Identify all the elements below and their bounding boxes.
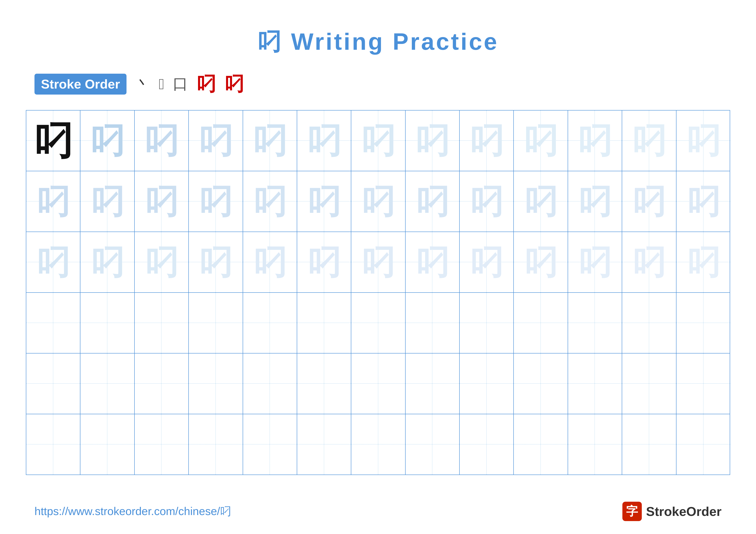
grid-cell-r4c3[interactable] xyxy=(135,293,189,353)
grid-cell-r2c11[interactable]: 叼 xyxy=(568,171,622,232)
grid-cell-r3c9[interactable]: 叼 xyxy=(460,232,514,292)
grid-cell-r5c12[interactable] xyxy=(622,353,676,414)
grid-cell-r6c5[interactable] xyxy=(243,414,297,474)
char-guide: 叼 xyxy=(524,245,557,279)
grid-cell-r4c11[interactable] xyxy=(568,293,622,353)
grid-cell-r6c8[interactable] xyxy=(406,414,460,474)
grid-cell-r1c3[interactable]: 叼 xyxy=(135,111,189,171)
grid-row-2: 叼 叼 叼 叼 叼 叼 叼 叼 叼 叼 叼 叼 xyxy=(26,171,730,232)
grid-cell-r5c3[interactable] xyxy=(135,353,189,414)
grid-cell-r4c9[interactable] xyxy=(460,293,514,353)
grid-cell-r3c13[interactable]: 叼 xyxy=(676,232,731,292)
grid-cell-r1c13[interactable]: 叼 xyxy=(676,111,731,171)
grid-cell-r3c8[interactable]: 叼 xyxy=(406,232,460,292)
stroke-step-4: 叼 xyxy=(197,71,216,97)
grid-cell-r4c4[interactable] xyxy=(189,293,243,353)
grid-cell-r1c11[interactable]: 叼 xyxy=(568,111,622,171)
grid-cell-r4c6[interactable] xyxy=(297,293,351,353)
grid-cell-r3c11[interactable]: 叼 xyxy=(568,232,622,292)
stroke-step-3: 口 xyxy=(173,74,188,94)
grid-cell-r1c8[interactable]: 叼 xyxy=(406,111,460,171)
char-guide: 叼 xyxy=(524,123,558,158)
grid-cell-r6c12[interactable] xyxy=(622,414,676,474)
grid-cell-r1c2[interactable]: 叼 xyxy=(80,111,134,171)
page-title: 叼 Writing Practice xyxy=(0,0,756,71)
char-guide: 叼 xyxy=(253,185,286,218)
grid-cell-r4c8[interactable] xyxy=(406,293,460,353)
grid-cell-r6c13[interactable] xyxy=(676,414,731,474)
grid-cell-r3c2[interactable]: 叼 xyxy=(80,232,134,292)
grid-cell-r6c9[interactable] xyxy=(460,414,514,474)
grid-cell-r3c7[interactable]: 叼 xyxy=(351,232,405,292)
grid-cell-r3c5[interactable]: 叼 xyxy=(243,232,297,292)
char-guide: 叼 xyxy=(578,185,611,218)
grid-cell-r3c12[interactable]: 叼 xyxy=(622,232,676,292)
grid-cell-r2c8[interactable]: 叼 xyxy=(406,171,460,232)
char-guide: 叼 xyxy=(361,123,395,158)
grid-cell-r1c4[interactable]: 叼 xyxy=(189,111,243,171)
char-guide: 叼 xyxy=(307,123,341,158)
grid-cell-r2c13[interactable]: 叼 xyxy=(676,171,731,232)
grid-cell-r2c2[interactable]: 叼 xyxy=(80,171,134,232)
grid-cell-r6c7[interactable] xyxy=(351,414,405,474)
char-guide: 叼 xyxy=(199,123,233,158)
grid-cell-r2c9[interactable]: 叼 xyxy=(460,171,514,232)
grid-cell-r6c4[interactable] xyxy=(189,414,243,474)
char-guide: 叼 xyxy=(37,185,70,218)
grid-cell-r4c13[interactable] xyxy=(676,293,731,353)
grid-cell-r5c1[interactable] xyxy=(26,353,80,414)
grid-cell-r6c6[interactable] xyxy=(297,414,351,474)
grid-cell-r5c4[interactable] xyxy=(189,353,243,414)
grid-cell-r1c12[interactable]: 叼 xyxy=(622,111,676,171)
grid-cell-r2c12[interactable]: 叼 xyxy=(622,171,676,232)
grid-cell-r5c11[interactable] xyxy=(568,353,622,414)
char-guide: 叼 xyxy=(253,245,286,279)
grid-cell-r3c4[interactable]: 叼 xyxy=(189,232,243,292)
grid-cell-r2c1[interactable]: 叼 xyxy=(26,171,80,232)
grid-cell-r6c3[interactable] xyxy=(135,414,189,474)
grid-cell-r1c7[interactable]: 叼 xyxy=(351,111,405,171)
grid-cell-r1c5[interactable]: 叼 xyxy=(243,111,297,171)
grid-cell-r2c5[interactable]: 叼 xyxy=(243,171,297,232)
grid-cell-r5c6[interactable] xyxy=(297,353,351,414)
grid-cell-r5c13[interactable] xyxy=(676,353,731,414)
grid-cell-r6c1[interactable] xyxy=(26,414,80,474)
grid-cell-r3c1[interactable]: 叼 xyxy=(26,232,80,292)
grid-cell-r5c8[interactable] xyxy=(406,353,460,414)
grid-cell-r2c3[interactable]: 叼 xyxy=(135,171,189,232)
char-guide: 叼 xyxy=(686,123,721,158)
char-guide: 叼 xyxy=(307,245,341,279)
char-guide: 叼 xyxy=(416,185,449,218)
grid-cell-r5c7[interactable] xyxy=(351,353,405,414)
stroke-step-1: 丶 xyxy=(135,74,150,94)
grid-cell-r3c3[interactable]: 叼 xyxy=(135,232,189,292)
grid-cell-r4c12[interactable] xyxy=(622,293,676,353)
grid-cell-r3c10[interactable]: 叼 xyxy=(514,232,568,292)
grid-cell-r1c9[interactable]: 叼 xyxy=(460,111,514,171)
grid-cell-r4c10[interactable] xyxy=(514,293,568,353)
grid-cell-r6c10[interactable] xyxy=(514,414,568,474)
grid-cell-r2c6[interactable]: 叼 xyxy=(297,171,351,232)
grid-cell-r5c10[interactable] xyxy=(514,353,568,414)
char-guide: 叼 xyxy=(470,185,503,218)
grid-cell-r5c9[interactable] xyxy=(460,353,514,414)
grid-cell-r2c4[interactable]: 叼 xyxy=(189,171,243,232)
footer-url[interactable]: https://www.strokeorder.com/chinese/叼 xyxy=(35,504,231,519)
grid-cell-r5c5[interactable] xyxy=(243,353,297,414)
grid-cell-r2c10[interactable]: 叼 xyxy=(514,171,568,232)
grid-cell-r4c5[interactable] xyxy=(243,293,297,353)
grid-cell-r1c6[interactable]: 叼 xyxy=(297,111,351,171)
grid-cell-r4c2[interactable] xyxy=(80,293,134,353)
writing-grid[interactable]: 叼 叼 叼 叼 叼 叼 叼 叼 叼 叼 叼 叼 xyxy=(26,110,730,475)
grid-cell-r4c1[interactable] xyxy=(26,293,80,353)
grid-cell-r6c11[interactable] xyxy=(568,414,622,474)
grid-cell-r4c7[interactable] xyxy=(351,293,405,353)
grid-cell-r3c6[interactable]: 叼 xyxy=(297,232,351,292)
grid-cell-r1c10[interactable]: 叼 xyxy=(514,111,568,171)
stroke-step-5: 叼 xyxy=(225,71,244,97)
grid-cell-r1c1[interactable]: 叼 xyxy=(26,111,80,171)
char-guide: 叼 xyxy=(90,123,124,158)
grid-cell-r2c7[interactable]: 叼 xyxy=(351,171,405,232)
grid-cell-r5c2[interactable] xyxy=(80,353,134,414)
grid-cell-r6c2[interactable] xyxy=(80,414,134,474)
